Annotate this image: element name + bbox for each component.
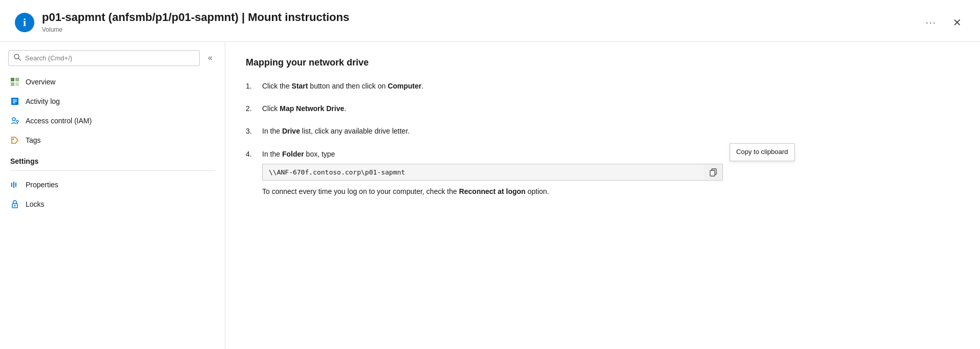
sidebar-item-locks[interactable]: Locks — [0, 194, 225, 214]
section-title: Mapping your network drive — [246, 57, 960, 68]
collapse-sidebar-button[interactable]: « — [204, 51, 217, 64]
instructions-list: 1. Click the Start button and then click… — [246, 80, 960, 198]
folder-input-row: Copy to clipboard — [262, 164, 960, 181]
svg-rect-7 — [15, 82, 19, 86]
settings-section-header: Settings — [0, 150, 225, 168]
info-icon: i — [14, 12, 35, 33]
properties-icon — [10, 180, 19, 189]
search-icon — [14, 54, 21, 62]
header-left: i p01-sapmnt (anfsmb/p1/p01-sapmnt) | Mo… — [14, 10, 349, 33]
search-box[interactable] — [8, 50, 200, 66]
svg-point-13 — [16, 120, 18, 122]
svg-rect-6 — [11, 82, 14, 86]
activity-log-icon — [10, 97, 19, 106]
sidebar-item-tags-label: Tags — [26, 136, 41, 144]
copy-to-clipboard-button[interactable] — [704, 164, 723, 181]
sidebar-item-activity-log-label: Activity log — [26, 97, 60, 105]
svg-point-12 — [12, 118, 15, 121]
tags-icon — [10, 136, 19, 145]
header-title-block: p01-sapmnt (anfsmb/p1/p01-sapmnt) | Moun… — [42, 10, 349, 33]
sidebar-item-properties-label: Properties — [26, 181, 58, 189]
sidebar-item-overview-label: Overview — [26, 78, 55, 86]
step-2-content: Click Map Network Drive. — [262, 103, 960, 114]
iam-icon — [10, 116, 19, 125]
sidebar-item-iam[interactable]: Access control (IAM) — [0, 111, 225, 130]
sidebar-item-tags[interactable]: Tags — [0, 130, 225, 150]
instruction-step-3: 3. In the Drive list, click any availabl… — [246, 125, 960, 137]
reconnect-text: To connect every time you log on to your… — [262, 186, 960, 197]
locks-icon — [10, 200, 19, 209]
copy-tooltip: Copy to clipboard — [730, 143, 795, 161]
step-3-content: In the Drive list, click any available d… — [262, 125, 960, 137]
step-2-bold-map: Map Network Drive — [280, 104, 344, 113]
sidebar-item-properties[interactable]: Properties — [0, 175, 225, 194]
svg-point-15 — [13, 138, 14, 140]
more-options-button[interactable]: ··· — [922, 15, 941, 30]
close-button[interactable]: ✕ — [949, 14, 966, 31]
step-3-bold-drive: Drive — [282, 127, 300, 135]
step-1-bold-start: Start — [292, 82, 308, 90]
reconnect-bold: Reconnect at logon — [459, 187, 525, 195]
settings-divider — [10, 170, 215, 171]
page-header: i p01-sapmnt (anfsmb/p1/p01-sapmnt) | Mo… — [0, 0, 980, 42]
content-area: Mapping your network drive 1. Click the … — [225, 42, 980, 349]
search-container: « — [0, 50, 225, 72]
step-1-content: Click the Start button and then click on… — [262, 80, 960, 92]
instruction-step-4: 4. In the Folder box, type Copy t — [246, 148, 960, 198]
svg-text:i: i — [23, 16, 26, 29]
instruction-step-1: 1. Click the Start button and then click… — [246, 80, 960, 92]
instruction-step-2: 2. Click Map Network Drive. — [246, 103, 960, 114]
main-layout: « Overview — [0, 42, 980, 349]
svg-point-20 — [14, 205, 16, 206]
step-3-number: 3. — [246, 125, 256, 137]
svg-line-3 — [18, 58, 20, 60]
svg-rect-22 — [710, 170, 715, 176]
sidebar-item-overview[interactable]: Overview — [0, 72, 225, 92]
step-4-number: 4. — [246, 148, 256, 198]
sidebar-item-activity-log[interactable]: Activity log — [0, 92, 225, 111]
page-subtitle: Volume — [42, 26, 349, 33]
step-4-content: In the Folder box, type Copy to clipboar… — [262, 148, 960, 198]
folder-path-input[interactable] — [262, 164, 723, 181]
overview-icon — [10, 77, 19, 86]
step-1-number: 1. — [246, 80, 256, 92]
page-title: p01-sapmnt (anfsmb/p1/p01-sapmnt) | Moun… — [42, 10, 349, 25]
svg-rect-5 — [15, 78, 19, 81]
svg-rect-4 — [11, 78, 14, 81]
sidebar-item-iam-label: Access control (IAM) — [26, 117, 92, 125]
sidebar: « Overview — [0, 42, 225, 349]
step-2-number: 2. — [246, 103, 256, 114]
header-actions: ··· ✕ — [922, 14, 966, 31]
search-input[interactable] — [25, 54, 194, 62]
step-1-bold-computer: Computer — [388, 82, 421, 90]
step-4-bold-folder: Folder — [282, 150, 304, 158]
sidebar-item-locks-label: Locks — [26, 200, 45, 208]
